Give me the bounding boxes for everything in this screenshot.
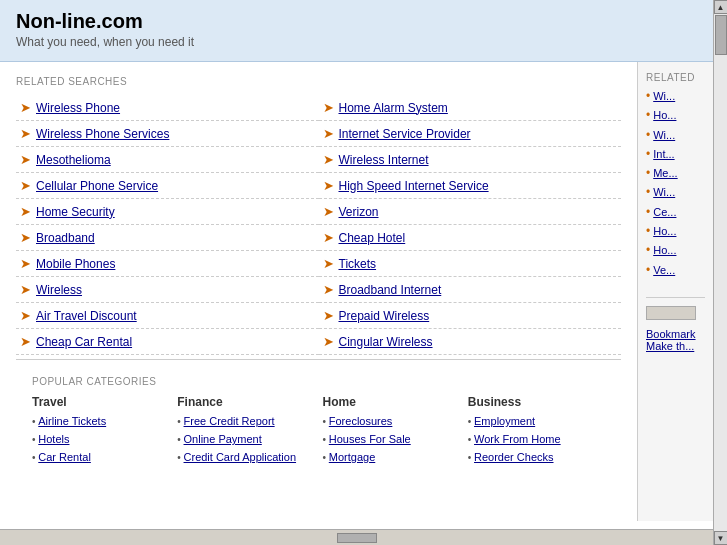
link-internet-service-provider[interactable]: Internet Service Provider	[339, 127, 471, 141]
category-finance-title: Finance	[177, 395, 314, 409]
link-high-speed-internet[interactable]: High Speed Internet Service	[339, 179, 489, 193]
bookmark-label[interactable]: Bookmark	[646, 328, 705, 340]
horizontal-scroll-thumb[interactable]	[337, 533, 377, 543]
sidebar-link-6[interactable]: Wi...	[653, 185, 675, 199]
scroll-track[interactable]	[714, 14, 728, 531]
arrow-icon: •	[646, 263, 650, 277]
arrow-icon: ➤	[323, 126, 334, 141]
sidebar-link-9[interactable]: Ho...	[653, 243, 676, 257]
category-home: Home Foreclosures Houses For Sale Mortga…	[323, 395, 460, 467]
scroll-up-button[interactable]: ▲	[714, 0, 728, 14]
arrow-icon: ➤	[20, 100, 31, 115]
list-item: ➤ Wireless Internet	[319, 147, 622, 173]
link-cellular-phone-service[interactable]: Cellular Phone Service	[36, 179, 158, 193]
sidebar-list-item: • Int...	[646, 147, 705, 161]
link-foreclosures[interactable]: Foreclosures	[329, 415, 393, 427]
sidebar-link-1[interactable]: Wi...	[653, 89, 675, 103]
sidebar-link-3[interactable]: Wi...	[653, 128, 675, 142]
sidebar-link-5[interactable]: Me...	[653, 166, 677, 180]
arrow-icon: ➤	[323, 308, 334, 323]
links-right-col: ➤ Home Alarm System ➤ Internet Service P…	[319, 95, 622, 355]
link-wireless-phone-services[interactable]: Wireless Phone Services	[36, 127, 169, 141]
link-employment[interactable]: Employment	[474, 415, 535, 427]
page-container: Non-line.com What you need, when you nee…	[0, 0, 727, 545]
link-air-travel-discount[interactable]: Air Travel Discount	[36, 309, 137, 323]
list-item: ➤ Mobile Phones	[16, 251, 319, 277]
arrow-icon: ➤	[323, 100, 334, 115]
sidebar-list-item: • Ho...	[646, 224, 705, 238]
list-item: ➤ Internet Service Provider	[319, 121, 622, 147]
list-item: ➤ Wireless Phone	[16, 95, 319, 121]
sidebar-link-8[interactable]: Ho...	[653, 224, 676, 238]
scroll-thumb-horizontal[interactable]	[646, 306, 696, 320]
link-cingular-wireless[interactable]: Cingular Wireless	[339, 335, 433, 349]
link-home-security[interactable]: Home Security	[36, 205, 115, 219]
list-item: ➤ Home Alarm System	[319, 95, 622, 121]
page-wrapper: Non-line.com What you need, when you nee…	[0, 0, 713, 529]
link-verizon[interactable]: Verizon	[339, 205, 379, 219]
bookmark-section: Bookmark Make th...	[646, 328, 705, 352]
link-cheap-car-rental[interactable]: Cheap Car Rental	[36, 335, 132, 349]
arrow-icon: ➤	[323, 334, 334, 349]
category-travel-title: Travel	[32, 395, 169, 409]
link-houses-for-sale[interactable]: Houses For Sale	[329, 433, 411, 445]
list-item: ➤ Broadband	[16, 225, 319, 251]
link-work-from-home[interactable]: Work From Home	[474, 433, 561, 445]
link-airline-tickets[interactable]: Airline Tickets	[38, 415, 106, 427]
arrow-icon: ➤	[20, 282, 31, 297]
sidebar-link-10[interactable]: Ve...	[653, 263, 675, 277]
site-title: Non-line.com	[16, 10, 697, 33]
link-tickets[interactable]: Tickets	[339, 257, 377, 271]
list-item: ➤ Cellular Phone Service	[16, 173, 319, 199]
list-item: ➤ Tickets	[319, 251, 622, 277]
sidebar-list-item: • Ho...	[646, 243, 705, 257]
sidebar-related-label: RELATED	[646, 72, 705, 83]
link-home-alarm-system[interactable]: Home Alarm System	[339, 101, 448, 115]
link-mortgage[interactable]: Mortgage	[329, 451, 375, 463]
list-item: ➤ Broadband Internet	[319, 277, 622, 303]
arrow-icon: ➤	[20, 256, 31, 271]
link-credit-card-application[interactable]: Credit Card Application	[184, 451, 297, 463]
list-item: ➤ Verizon	[319, 199, 622, 225]
link-reorder-checks[interactable]: Reorder Checks	[474, 451, 553, 463]
link-mobile-phones[interactable]: Mobile Phones	[36, 257, 115, 271]
sidebar-list-item: • Wi...	[646, 185, 705, 199]
link-mesothelioma[interactable]: Mesothelioma	[36, 153, 111, 167]
category-travel: Travel Airline Tickets Hotels Car Rental	[32, 395, 169, 467]
horizontal-scrollbar[interactable]	[0, 529, 713, 545]
link-wireless-internet[interactable]: Wireless Internet	[339, 153, 429, 167]
scrollbar[interactable]: ▲ ▼	[713, 0, 727, 545]
link-hotels[interactable]: Hotels	[38, 433, 69, 445]
link-car-rental[interactable]: Car Rental	[38, 451, 91, 463]
link-online-payment[interactable]: Online Payment	[184, 433, 262, 445]
scroll-down-button[interactable]: ▼	[714, 531, 728, 545]
arrow-icon: •	[646, 128, 650, 142]
arrow-icon: ➤	[323, 256, 334, 271]
link-broadband[interactable]: Broadband	[36, 231, 95, 245]
sidebar-list-item: • Wi...	[646, 128, 705, 142]
list-item: ➤ High Speed Internet Service	[319, 173, 622, 199]
link-broadband-internet[interactable]: Broadband Internet	[339, 283, 442, 297]
link-cheap-hotel[interactable]: Cheap Hotel	[339, 231, 406, 245]
arrow-icon: ➤	[20, 126, 31, 141]
arrow-icon: ➤	[20, 152, 31, 167]
arrow-icon: ➤	[323, 152, 334, 167]
link-wireless-phone[interactable]: Wireless Phone	[36, 101, 120, 115]
link-wireless[interactable]: Wireless	[36, 283, 82, 297]
list-item: ➤ Air Travel Discount	[16, 303, 319, 329]
arrow-icon: •	[646, 185, 650, 199]
links-grid: ➤ Wireless Phone ➤ Wireless Phone Servic…	[16, 95, 621, 355]
arrow-icon: •	[646, 224, 650, 238]
category-finance: Finance Free Credit Report Online Paymen…	[177, 395, 314, 467]
sidebar-link-7[interactable]: Ce...	[653, 205, 676, 219]
scroll-thumb[interactable]	[715, 15, 727, 55]
arrow-icon: ➤	[20, 334, 31, 349]
link-prepaid-wireless[interactable]: Prepaid Wireless	[339, 309, 430, 323]
link-free-credit-report[interactable]: Free Credit Report	[184, 415, 275, 427]
sidebar-link-4[interactable]: Int...	[653, 147, 674, 161]
make-label[interactable]: Make th...	[646, 340, 705, 352]
sidebar-list-item: • Ho...	[646, 108, 705, 122]
sidebar-link-2[interactable]: Ho...	[653, 108, 676, 122]
arrow-icon: ➤	[20, 204, 31, 219]
links-left-col: ➤ Wireless Phone ➤ Wireless Phone Servic…	[16, 95, 319, 355]
